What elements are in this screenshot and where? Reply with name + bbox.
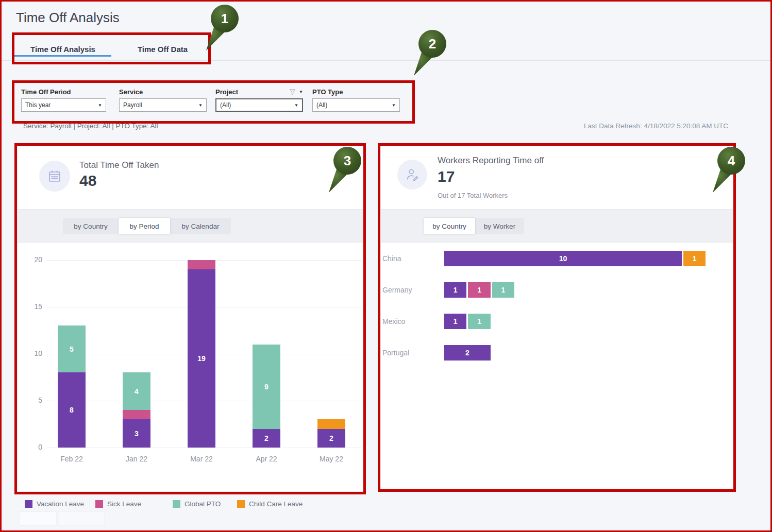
select-value: (All) — [316, 101, 327, 109]
bar-segment-Apr22-GlobalPTO[interactable]: 9 — [253, 345, 280, 429]
row-label-Germany: Germany — [382, 282, 440, 298]
y-tick-15: 15 — [27, 302, 42, 311]
dashboard-screen: Time Off Analysis Time Off Analysis Time… — [0, 0, 772, 532]
x-category-Mar22: Mar 22 — [173, 455, 230, 463]
legend-item-vacation-leave[interactable]: Vacation Leave — [25, 500, 84, 508]
legend-label: Global PTO — [184, 500, 221, 508]
toggle-by-worker[interactable]: by Worker — [475, 218, 524, 234]
kpi-title: Workers Reporting Time off — [438, 156, 544, 166]
callout-2: 2 — [411, 28, 448, 78]
bar-segment-Jan22-VacationLeave[interactable]: 3 — [123, 419, 150, 448]
bar-segment-China-ChildCareLeave[interactable]: 1 — [683, 251, 706, 266]
bar-segment-Mexico-GlobalPTO[interactable]: 1 — [468, 314, 490, 329]
view-toggle-group: by Country by Worker — [424, 218, 524, 234]
legend-item-global-pto[interactable]: Global PTO — [173, 500, 221, 508]
tab-time-off-data[interactable]: Time Off Data — [123, 42, 203, 56]
legend-label: Sick Leave — [107, 500, 141, 508]
chevron-down-icon: ▼ — [198, 103, 203, 108]
project-select[interactable]: (All) ▼ — [215, 98, 303, 112]
callout-number: 4 — [728, 153, 735, 168]
legend-item-child-care-leave[interactable]: Child Care Leave — [237, 500, 303, 508]
legend-swatch-2 — [173, 500, 180, 508]
page-title: Time Off Analysis — [16, 10, 120, 26]
callout-number: 1 — [221, 11, 228, 26]
chevron-down-icon: ▼ — [98, 103, 102, 108]
calendar-icon — [47, 169, 62, 183]
bar-segment-Mar22-VacationLeave[interactable]: 19 — [188, 269, 215, 448]
x-category-Jan22: Jan 22 — [108, 455, 165, 463]
filter-time-off-period: Time Off Period This year ▼ — [21, 87, 106, 112]
legend-swatch-3 — [237, 500, 245, 508]
tab-time-off-analysis[interactable]: Time Off Analysis — [14, 42, 111, 56]
bar-segment-Germany-GlobalPTO[interactable]: 1 — [492, 282, 514, 298]
pto-type-select[interactable]: (All) ▼ — [312, 98, 400, 112]
toggle-by-country[interactable]: by Country — [63, 218, 119, 234]
bar-segment-Mar22-SickLeave[interactable] — [188, 260, 215, 269]
gridline-0 — [47, 448, 362, 448]
bar-segment-Germany-VacationLeave[interactable]: 1 — [444, 282, 466, 298]
legend-swatch-0 — [25, 500, 32, 508]
active-tab-underline — [14, 55, 111, 57]
select-value: Payroll — [123, 101, 142, 109]
view-toggle-group: by Country by Period by Calendar — [63, 218, 231, 234]
filter-label: Time Off Period — [21, 88, 71, 96]
last-data-refresh: Last Data Refresh: 4/18/2022 5:20:08 AM … — [558, 122, 728, 130]
bar-segment-Jan22-GlobalPTO[interactable]: 4 — [123, 372, 150, 410]
tab-label: Time Off Data — [138, 45, 188, 54]
filter-project: Project ▼ (All) ▼ — [215, 87, 303, 112]
filter-label: Service — [119, 88, 143, 96]
toggle-by-period[interactable]: by Period — [119, 218, 170, 234]
kpi-icon-circle — [397, 160, 427, 190]
bar-segment-Apr22-VacationLeave[interactable]: 2 — [253, 429, 280, 448]
callout-4: 4 — [710, 145, 747, 195]
ghost-box — [58, 511, 105, 526]
bar-segment-Feb22-GlobalPTO[interactable]: 5 — [58, 325, 86, 372]
legend-item-sick-leave[interactable]: Sick Leave — [95, 500, 141, 508]
callout-number: 2 — [429, 36, 436, 52]
callout-3: 3 — [326, 145, 363, 195]
legend-label: Vacation Leave — [37, 500, 84, 508]
bar-segment-Jan22-SickLeave[interactable] — [123, 410, 150, 419]
callout-number: 3 — [344, 153, 351, 168]
kpi-subtitle: Out of 17 Total Workers — [438, 192, 508, 199]
x-category-Feb22: Feb 22 — [43, 455, 100, 463]
bar-segment-May22-ChildCareLeave[interactable] — [317, 419, 345, 428]
filter-label: PTO Type — [312, 88, 343, 96]
service-select[interactable]: Payroll ▼ — [119, 98, 207, 112]
bar-segment-Germany-SickLeave[interactable]: 1 — [468, 282, 490, 298]
row-label-China: China — [382, 251, 440, 266]
workers-reporting-chart: China101Germany111Mexico11Portugal2 — [381, 244, 734, 368]
legend-label: Child Care Leave — [249, 500, 303, 508]
callout-1: 1 — [203, 3, 240, 53]
bar-segment-May22-VacationLeave[interactable]: 2 — [317, 429, 345, 448]
total-time-off-chart: 0510152085Feb 2234Jan 2219Mar 2229Apr 22… — [27, 247, 362, 468]
filter-funnel-icon[interactable] — [289, 89, 296, 95]
x-category-May22: May 22 — [303, 455, 360, 463]
filter-service: Service Payroll ▼ — [119, 87, 207, 112]
workers-reporting-card: Workers Reporting Time off 17 Out of 17 … — [380, 146, 733, 489]
row-label-Portugal: Portugal — [382, 345, 440, 361]
y-tick-20: 20 — [27, 255, 42, 264]
toggle-by-calendar[interactable]: by Calendar — [170, 218, 231, 234]
y-tick-5: 5 — [27, 396, 42, 404]
chevron-down-icon: ▼ — [294, 103, 298, 108]
select-value: This year — [25, 101, 51, 109]
bar-segment-Feb22-VacationLeave[interactable]: 8 — [58, 372, 86, 448]
kpi-icon-circle — [39, 161, 70, 192]
total-time-off-card: Total Time Off Taken 48 by Country by Pe… — [17, 146, 363, 492]
select-value: (All) — [220, 101, 231, 109]
bar-segment-China-VacationLeave[interactable]: 10 — [444, 251, 682, 266]
time-off-period-select[interactable]: This year ▼ — [21, 98, 106, 112]
chevron-down-icon: ▼ — [392, 103, 396, 108]
filter-pto-type: PTO Type (All) ▼ — [312, 87, 400, 112]
bar-segment-Mexico-VacationLeave[interactable]: 1 — [444, 314, 466, 329]
header-divider — [2, 60, 772, 61]
kpi-value: 17 — [438, 168, 455, 185]
worker-edit-icon — [405, 167, 420, 182]
chevron-down-icon[interactable]: ▼ — [299, 90, 303, 94]
filter-label: Project — [215, 88, 238, 96]
bar-segment-Portugal-VacationLeave[interactable]: 2 — [444, 345, 491, 361]
toggle-by-country[interactable]: by Country — [424, 218, 475, 234]
row-label-Mexico: Mexico — [382, 314, 440, 329]
ghost-box — [20, 511, 57, 526]
